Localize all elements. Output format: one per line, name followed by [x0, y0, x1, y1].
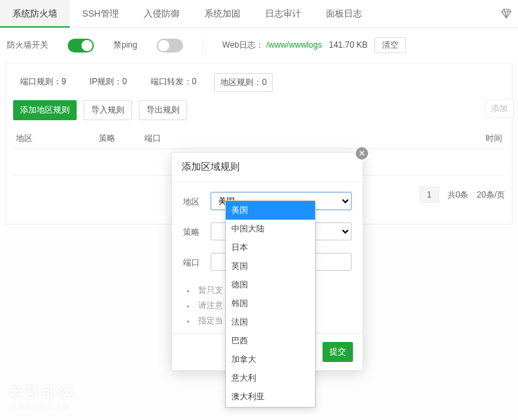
modal-title: 添加区域规则	[172, 153, 363, 182]
region-option[interactable]: 荷兰	[226, 406, 315, 408]
region-option[interactable]: 中国大陆	[226, 220, 315, 238]
modal-overlay: ✕ 添加区域规则 地区 美国 策略 端口 暂只支 请注意	[0, 0, 518, 420]
region-option[interactable]: 澳大利亚	[226, 388, 315, 406]
field-label-port: 端口	[183, 253, 211, 269]
region-option[interactable]: 美国	[226, 201, 315, 220]
region-dropdown-list[interactable]: 美国中国大陆日本英国德国韩国法国巴西加拿大意大利澳大利亚荷兰俄罗斯印度中国台湾瑞…	[225, 200, 316, 408]
region-option[interactable]: 加拿大	[226, 350, 315, 369]
close-icon[interactable]: ✕	[354, 146, 370, 161]
field-label-region: 地区	[183, 192, 211, 208]
region-option[interactable]: 韩国	[226, 294, 315, 313]
region-option[interactable]: 英国	[226, 257, 315, 276]
field-label-strategy: 策略	[183, 222, 211, 238]
submit-button[interactable]: 提交	[323, 342, 353, 362]
region-option[interactable]: 巴西	[226, 332, 315, 350]
region-option[interactable]: 德国	[226, 276, 315, 294]
region-option[interactable]: 意大利	[226, 369, 315, 388]
region-option[interactable]: 日本	[226, 238, 315, 257]
region-option[interactable]: 法国	[226, 313, 315, 332]
